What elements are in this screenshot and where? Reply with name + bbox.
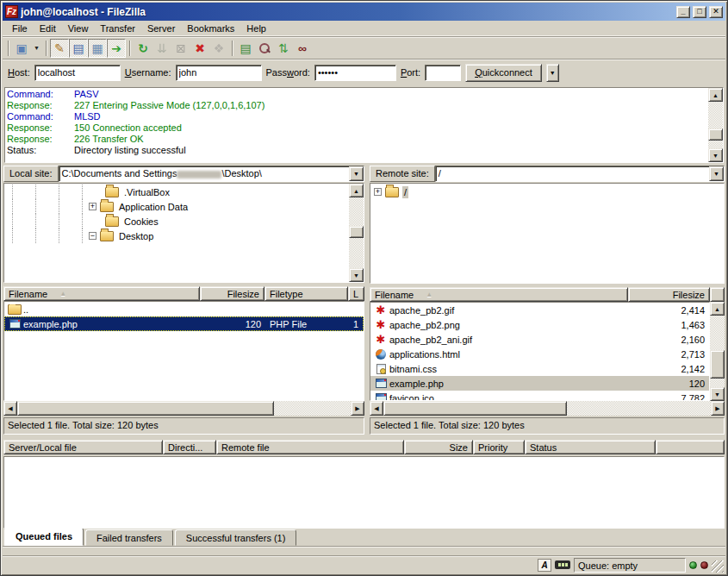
local-horizontal-scrollbar[interactable]: ◀ ▶ (3, 401, 364, 416)
tree-item[interactable]: +Application Data (4, 199, 349, 214)
local-tree-vertical-scrollbar[interactable]: ▲ ▼ (349, 184, 364, 282)
scroll-down-icon[interactable]: ▼ (708, 148, 723, 162)
menu-bookmarks[interactable]: Bookmarks (181, 22, 240, 35)
expand-icon[interactable]: + (89, 203, 96, 210)
file-row-selected[interactable]: example.php 120 PHP File 1 (4, 316, 364, 331)
file-row[interactable]: bitnami.css2,142 (370, 361, 709, 376)
scrollbar-thumb[interactable] (710, 350, 725, 379)
quickconnect-button[interactable]: Quickconnect (465, 64, 542, 82)
toggle-message-log-icon[interactable]: ✎ (50, 39, 69, 58)
tree-item[interactable]: Cookies (4, 214, 349, 229)
scroll-right-icon[interactable]: ▶ (351, 401, 364, 416)
local-site-combobox[interactable]: C:\Documents and Settings\Desktop\ ▼ (59, 166, 364, 182)
synchronized-browsing-icon[interactable]: ⇅ (274, 39, 293, 58)
reconnect-icon[interactable]: ❖ (209, 39, 228, 58)
expand-icon[interactable]: + (374, 188, 382, 196)
queue-list[interactable] (3, 456, 725, 529)
find-files-icon[interactable]: ∞ (293, 39, 312, 58)
menu-view[interactable]: View (62, 22, 95, 35)
tree-item[interactable]: +/ (370, 185, 724, 199)
local-site-dropdown-icon[interactable]: ▼ (349, 166, 364, 181)
maximize-button[interactable]: □ (693, 6, 706, 18)
remote-directory-tree[interactable]: +/ (370, 184, 724, 283)
file-row[interactable]: favicon.ico7,782 (370, 391, 709, 401)
tree-item[interactable]: .VirtualBox (4, 185, 349, 199)
process-queue-icon[interactable]: ⇊ (152, 39, 171, 58)
scroll-down-icon[interactable]: ▼ (349, 268, 364, 282)
toggle-transfer-queue-icon[interactable]: ➔ (107, 39, 126, 58)
file-row[interactable]: applications.html2,713 (370, 347, 709, 361)
scrollbar-thumb[interactable] (17, 401, 274, 416)
refresh-icon[interactable]: ↻ (134, 39, 152, 58)
column-status[interactable]: Status (525, 440, 656, 454)
tab-queued-files[interactable]: Queued files (4, 528, 84, 546)
scroll-down-icon[interactable]: ▼ (710, 387, 725, 401)
column-filename[interactable]: Filename▲ (3, 286, 200, 301)
username-input[interactable] (176, 65, 262, 81)
menu-file[interactable]: File (6, 22, 34, 35)
scroll-left-icon[interactable]: ◀ (3, 401, 17, 416)
remote-file-list[interactable]: ✱apache_pb2.gif2,414 ✱apache_pb2.png1,46… (370, 302, 710, 401)
scrollbar-thumb[interactable] (708, 128, 723, 141)
column-direction[interactable]: Directi... (163, 440, 216, 454)
menu-transfer[interactable]: Transfer (94, 22, 141, 35)
column-filename[interactable]: Filename▲ (370, 287, 628, 302)
file-row[interactable]: ✱apache_pb2_ani.gif2,160 (370, 332, 709, 347)
column-filesize[interactable]: Filesize (200, 286, 264, 301)
column-last-modified[interactable]: L (348, 286, 364, 301)
tab-successful-transfers[interactable]: Successful transfers (1) (175, 529, 297, 546)
log-vertical-scrollbar[interactable]: ▲ ▼ (708, 88, 723, 162)
host-input[interactable] (34, 65, 121, 81)
site-manager-dropdown-icon[interactable]: ▼ (31, 39, 42, 58)
port-input[interactable] (425, 65, 461, 81)
scroll-up-icon[interactable]: ▲ (349, 184, 364, 197)
close-button[interactable]: ✕ (709, 6, 723, 18)
scroll-right-icon[interactable]: ▶ (711, 401, 725, 416)
remote-vertical-scrollbar[interactable]: ▲ ▼ (710, 302, 725, 401)
collapse-icon[interactable]: − (89, 232, 96, 240)
disconnect-icon[interactable]: ✖ (190, 39, 209, 58)
file-row[interactable]: ✱apache_pb2.gif2,414 (370, 303, 709, 317)
file-row[interactable]: ✱apache_pb2.png1,463 (370, 317, 709, 332)
column-size[interactable]: Size (404, 440, 473, 454)
remote-horizontal-scrollbar[interactable]: ◀ ▶ (370, 401, 725, 416)
menu-server[interactable]: Server (141, 22, 181, 35)
scrollbar-thumb[interactable] (383, 401, 567, 416)
local-directory-tree[interactable]: .VirtualBox +Application Data Cookies −D… (4, 184, 349, 282)
tab-failed-transfers[interactable]: Failed transfers (85, 529, 173, 546)
speed-limits-icon[interactable] (555, 560, 570, 569)
menu-edit[interactable]: Edit (34, 22, 62, 35)
column-filetype[interactable]: Filetype (264, 286, 348, 301)
scroll-up-icon[interactable]: ▲ (708, 88, 723, 102)
site-manager-icon[interactable]: ▣ (12, 39, 31, 58)
remote-site-dropdown-icon[interactable]: ▼ (709, 166, 724, 181)
column-server-local-file[interactable]: Server/Local file (3, 440, 163, 454)
column-remote-file[interactable]: Remote file (216, 440, 404, 454)
menu-help[interactable]: Help (240, 22, 272, 35)
toggle-remote-tree-icon[interactable]: ▦ (88, 39, 107, 58)
quickconnect-dropdown-icon[interactable]: ▼ (546, 64, 559, 82)
log-type: Command: (7, 89, 74, 100)
log-text: 227 Entering Passive Mode (127,0,0,1,6,1… (74, 100, 264, 111)
cancel-operation-icon[interactable]: ⊠ (171, 39, 190, 58)
log-line: Response:227 Entering Passive Mode (127,… (7, 100, 706, 111)
password-input[interactable] (314, 65, 396, 81)
file-row-selected[interactable]: example.php120 (370, 376, 709, 391)
scrollbar-thumb[interactable] (349, 226, 364, 238)
directory-comparison-icon[interactable] (255, 39, 274, 58)
remote-site-combobox[interactable]: / ▼ (435, 166, 725, 182)
scroll-left-icon[interactable]: ◀ (370, 401, 383, 416)
resize-grip[interactable] (712, 560, 724, 573)
column-filesize[interactable]: Filesize (628, 287, 710, 302)
ascii-data-type-icon[interactable]: A (538, 559, 551, 572)
toggle-local-tree-icon[interactable]: ▤ (69, 39, 88, 58)
local-file-list[interactable]: .. example.php 120 PHP File 1 (3, 301, 364, 401)
remote-list-header: Filename▲ Filesize (370, 287, 725, 302)
column-priority[interactable]: Priority (473, 440, 525, 454)
scroll-up-icon[interactable]: ▲ (710, 302, 725, 316)
minimize-button[interactable]: _ (676, 6, 690, 18)
tree-item[interactable]: −Desktop (4, 229, 349, 243)
directory-listing-filters-icon[interactable]: ▤ (236, 39, 255, 58)
file-row[interactable]: .. (4, 302, 364, 316)
remote-pane: Remote site: / ▼ +/ Filename▲ Filesize ✱… (369, 165, 725, 435)
